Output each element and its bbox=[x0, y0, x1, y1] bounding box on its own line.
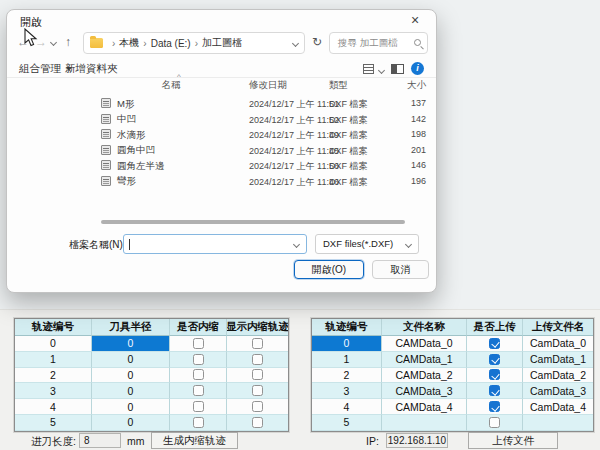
cell-track-id[interactable]: 4 bbox=[312, 399, 382, 415]
cell-upload-name[interactable]: CamData_1 bbox=[523, 352, 593, 368]
cell-shrink bbox=[170, 368, 227, 384]
header-track-id: 轨迹编号 bbox=[15, 319, 92, 336]
cell-tool-radius[interactable]: 0 bbox=[92, 352, 170, 368]
cell-upload-name[interactable]: CamData_0 bbox=[523, 336, 593, 352]
cell-file-name[interactable] bbox=[382, 415, 467, 431]
cell-tool-radius[interactable]: 0 bbox=[92, 399, 170, 415]
cell-file-name[interactable]: CAMData_2 bbox=[382, 368, 467, 384]
filetype-select[interactable]: DXF files(*.DXF) bbox=[315, 234, 419, 254]
cell-upload-name[interactable]: CamData_3 bbox=[523, 383, 593, 399]
view-mode-chevron-icon[interactable] bbox=[378, 67, 385, 74]
cell-track-id[interactable]: 3 bbox=[15, 383, 92, 399]
upload-checkbox[interactable] bbox=[489, 369, 500, 380]
show-track-checkbox[interactable] bbox=[252, 417, 263, 428]
close-icon[interactable]: × bbox=[406, 12, 424, 28]
upload-checkbox[interactable] bbox=[489, 354, 500, 365]
cell-file-name[interactable]: CAMData_0 bbox=[382, 336, 467, 352]
breadcrumb-item-this-pc[interactable]: 本機 bbox=[119, 36, 139, 50]
breadcrumb-separator: › bbox=[112, 38, 115, 49]
column-header-type[interactable]: 類型 bbox=[329, 79, 348, 92]
cell-upload-name[interactable]: CamData_4 bbox=[523, 399, 593, 415]
shrink-checkbox[interactable] bbox=[193, 385, 204, 396]
cell-track-id[interactable]: 2 bbox=[312, 368, 382, 384]
shrink-checkbox[interactable] bbox=[193, 401, 204, 412]
cell-track-id[interactable]: 2 bbox=[15, 368, 92, 384]
breadcrumb-chevron-icon[interactable] bbox=[292, 40, 299, 47]
ip-input[interactable]: 192.168.1.10 bbox=[386, 433, 448, 448]
search-icon bbox=[414, 39, 421, 46]
cell-track-id[interactable]: 1 bbox=[312, 352, 382, 368]
horizontal-scrollbar[interactable] bbox=[101, 220, 405, 224]
breadcrumb-item-drive[interactable]: Data (E:) bbox=[151, 38, 191, 49]
feed-length-input[interactable]: 8 bbox=[79, 433, 121, 448]
cell-shrink bbox=[170, 383, 227, 399]
cell-track-id[interactable]: 5 bbox=[15, 415, 92, 431]
cancel-button[interactable]: 取消 bbox=[372, 260, 429, 279]
generate-track-button[interactable]: 生成内缩轨迹 bbox=[151, 432, 238, 449]
cell-track-id[interactable]: 0 bbox=[15, 336, 92, 352]
cell-file-name[interactable]: CAMData_3 bbox=[382, 383, 467, 399]
file-row[interactable]: M形 2024/12/17 上午 11:51 DXF 檔案 137 bbox=[93, 96, 433, 112]
table-row: 3 CAMData_3 CamData_3 bbox=[312, 383, 593, 399]
breadcrumb-item-folder[interactable]: 加工圖檔 bbox=[202, 36, 242, 50]
cell-tool-radius-selected[interactable]: 0 bbox=[92, 336, 170, 352]
history-chevron-icon[interactable] bbox=[50, 39, 57, 46]
cell-show bbox=[227, 336, 288, 352]
column-header-name[interactable]: 名稱 bbox=[101, 79, 241, 92]
cell-upload bbox=[467, 415, 523, 431]
cell-track-id[interactable]: 4 bbox=[15, 399, 92, 415]
upload-checkbox[interactable] bbox=[489, 401, 500, 412]
show-track-checkbox[interactable] bbox=[252, 385, 263, 396]
upload-file-button[interactable]: 上传文件 bbox=[468, 432, 558, 449]
breadcrumb[interactable]: › 本機 › Data (E:) › 加工圖檔 bbox=[83, 32, 305, 54]
shrink-checkbox[interactable] bbox=[193, 354, 204, 365]
header-file-name: 文件名称 bbox=[382, 319, 467, 336]
info-icon[interactable]: i bbox=[411, 62, 424, 75]
cell-upload-name[interactable] bbox=[523, 415, 593, 431]
cell-upload bbox=[467, 352, 523, 368]
view-mode-icon[interactable] bbox=[363, 64, 374, 74]
cell-track-id[interactable]: 3 bbox=[312, 383, 382, 399]
header-show-track: 显示内缩轨迹 bbox=[227, 319, 288, 336]
file-row[interactable]: 圓角左半邊 2024/12/17 上午 11:56 DXF 檔案 146 bbox=[93, 158, 433, 174]
cell-track-id[interactable]: 1 bbox=[15, 352, 92, 368]
header-upload-name: 上传文件名 bbox=[523, 319, 593, 336]
upload-checkbox[interactable] bbox=[489, 385, 500, 396]
navigation-bar: ← → ↑ › 本機 › Data (E:) › 加工圖檔 ↻ 搜尋 加工圖檔 bbox=[7, 32, 436, 56]
show-track-checkbox[interactable] bbox=[252, 338, 263, 349]
header-upload: 是否上传 bbox=[467, 319, 523, 336]
file-row[interactable]: 圓角中凹 2024/12/17 上午 11:45 DXF 檔案 201 bbox=[93, 143, 433, 159]
shrink-checkbox[interactable] bbox=[193, 417, 204, 428]
search-input[interactable]: 搜尋 加工圖檔 bbox=[329, 32, 428, 54]
cell-track-id[interactable]: 5 bbox=[312, 415, 382, 431]
up-icon[interactable]: ↑ bbox=[65, 35, 71, 49]
file-row[interactable]: 中凹 2024/12/17 上午 11:52 DXF 檔案 142 bbox=[93, 112, 433, 128]
cell-upload-name[interactable]: CamData_2 bbox=[523, 368, 593, 384]
cell-tool-radius[interactable]: 0 bbox=[92, 383, 170, 399]
show-track-checkbox[interactable] bbox=[252, 401, 263, 412]
filename-chevron-icon[interactable] bbox=[293, 241, 300, 248]
cell-file-name[interactable]: CAMData_1 bbox=[382, 352, 467, 368]
preview-pane-icon[interactable] bbox=[391, 64, 404, 74]
upload-checkbox[interactable] bbox=[489, 338, 500, 349]
upload-checkbox[interactable] bbox=[489, 417, 500, 428]
filename-input[interactable] bbox=[123, 234, 307, 254]
file-row[interactable]: 彎形 2024/12/17 上午 11:46 DXF 檔案 196 bbox=[93, 174, 433, 190]
shrink-checkbox[interactable] bbox=[193, 369, 204, 380]
refresh-icon[interactable]: ↻ bbox=[312, 35, 322, 49]
table-row: 2 0 bbox=[15, 368, 288, 384]
file-name: 水滴形 bbox=[117, 129, 146, 142]
file-size: 201 bbox=[381, 145, 426, 155]
file-row[interactable]: 水滴形 2024/12/17 上午 11:49 DXF 檔案 198 bbox=[93, 127, 433, 143]
cell-track-id-selected[interactable]: 0 bbox=[312, 336, 382, 352]
new-folder-button[interactable]: 新增資料夾 bbox=[65, 62, 118, 76]
cell-file-name[interactable]: CAMData_4 bbox=[382, 399, 467, 415]
column-header-size[interactable]: 大小 bbox=[381, 79, 426, 92]
open-button[interactable]: 開啟(O) bbox=[294, 260, 364, 279]
show-track-checkbox[interactable] bbox=[252, 369, 263, 380]
shrink-checkbox[interactable] bbox=[193, 338, 204, 349]
cell-tool-radius[interactable]: 0 bbox=[92, 415, 170, 431]
cell-tool-radius[interactable]: 0 bbox=[92, 368, 170, 384]
column-header-date[interactable]: 修改日期 bbox=[249, 79, 287, 92]
show-track-checkbox[interactable] bbox=[252, 354, 263, 365]
